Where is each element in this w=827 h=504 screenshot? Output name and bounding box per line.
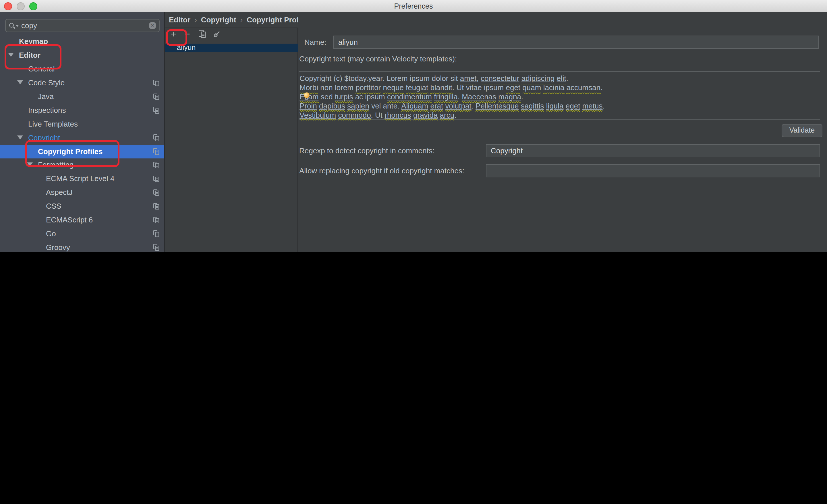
allow-replacing-input[interactable] (486, 164, 820, 178)
clear-search-icon[interactable]: ✕ (149, 22, 156, 29)
sidebar-item-label: ECMA Script Level 4 (46, 174, 114, 183)
copy-icon (153, 217, 159, 223)
copy-icon (153, 244, 159, 251)
sidebar-item-formatting[interactable]: Formatting (0, 158, 164, 172)
typo-word: elit (557, 74, 566, 82)
sidebar-item-inspections[interactable]: Inspections (0, 103, 164, 117)
zoom-window-button[interactable] (29, 2, 37, 10)
sidebar-item-css[interactable]: CSS (0, 199, 164, 213)
search-input[interactable] (19, 21, 149, 30)
copy-icon (153, 231, 159, 237)
typo-word: dapibus (319, 101, 345, 110)
allow-replacing-label: Allow replacing copyright if old copyrig… (299, 164, 464, 178)
sidebar-item-label: Go (46, 229, 56, 238)
sidebar-item-live-templates[interactable]: Live Templates (0, 117, 164, 131)
sidebar-item-editor[interactable]: Editor (0, 49, 164, 62)
sidebar-item-label: Keymap (19, 37, 48, 46)
typo-word: sapien (347, 101, 369, 110)
profile-name: aliyun (165, 44, 196, 52)
typo-word: condimentum (387, 92, 432, 101)
breadcrumb-editor[interactable]: Editor (169, 15, 190, 24)
sidebar-item-label: Formatting (38, 161, 74, 169)
copy-icon (153, 162, 159, 168)
search-icon (9, 23, 14, 28)
typo-word: turpis (335, 92, 353, 101)
copy-icon (153, 80, 159, 86)
code-line: Vestibulum commodo. Ut rhoncus gravida a… (299, 110, 820, 120)
copy-icon (153, 175, 159, 182)
sidebar-item-code-style[interactable]: Code Style (0, 76, 164, 90)
sidebar-item-label: Java (38, 92, 54, 101)
typo-word: fringilla (434, 92, 457, 101)
sidebar-item-go[interactable]: Go (0, 227, 164, 241)
add-profile-button[interactable]: + (169, 30, 178, 39)
sidebar-item-ecmascript-6[interactable]: ECMAScript 6 (0, 213, 164, 227)
breadcrumb-copyright[interactable]: Copyright (201, 15, 236, 24)
sidebar-item-label: Copyright (28, 133, 60, 142)
profiles-toolbar: + − (165, 27, 298, 41)
import-profile-icon[interactable] (213, 31, 221, 38)
sidebar-item-general[interactable]: General (0, 62, 164, 76)
typo-word: accumsan (567, 83, 601, 92)
intention-bulb-icon[interactable] (303, 92, 309, 100)
sidebar-item-label: AspectJ (46, 188, 72, 197)
sidebar-item-label: Groovy (46, 243, 70, 252)
sidebar-item-keymap[interactable]: Keymap (0, 35, 164, 49)
settings-search-box[interactable]: ✕ (5, 19, 160, 32)
profile-detail-panel: Name: Copyright text (may contain Veloci… (298, 12, 827, 252)
expanded-arrow-icon[interactable] (17, 135, 23, 139)
expanded-arrow-icon[interactable] (8, 53, 14, 57)
code-line: Proin dapibus sapien vel ante. Aliquam e… (299, 101, 820, 110)
name-input[interactable] (333, 36, 819, 49)
sidebar-item-copyright[interactable]: Copyright (0, 131, 164, 144)
typo-word: gravida (413, 110, 438, 119)
sidebar-item-label: Live Templates (28, 120, 78, 128)
typo-word: commodo (338, 110, 371, 119)
remove-profile-button[interactable]: − (183, 30, 192, 39)
typo-word: Aliquam (401, 101, 428, 110)
profile-list-item-aliyun[interactable]: aliyun (165, 43, 298, 52)
sidebar-item-label: ECMAScript 6 (46, 215, 93, 224)
sidebar-item-aspectj[interactable]: AspectJ (0, 186, 164, 199)
traffic-lights (4, 0, 37, 12)
code-line: Copyright (c) $today.year. Lorem ipsum d… (299, 74, 820, 83)
typo-word: metus (582, 101, 603, 110)
typo-word: Vestibulum (299, 110, 336, 119)
copyright-text-editor[interactable]: Copyright (c) $today.year. Lorem ipsum d… (299, 71, 820, 120)
copy-icon (153, 148, 159, 155)
typo-word: blandit (430, 83, 452, 92)
title-bar: Preferences (0, 0, 827, 13)
typo-word: Proin (299, 101, 317, 110)
sidebar-item-label: CSS (46, 202, 61, 210)
sidebar-item-label: Editor (19, 51, 41, 60)
settings-sidebar: ✕ KeymapEditorGeneralCode StyleJavaInspe… (0, 12, 165, 252)
sidebar-item-java[interactable]: Java (0, 90, 164, 103)
expanded-arrow-icon[interactable] (27, 163, 33, 167)
copy-icon (153, 134, 159, 141)
copy-icon (153, 189, 159, 196)
typo-word: sagittis (521, 101, 544, 110)
search-options-caret-icon[interactable] (15, 24, 19, 27)
sidebar-item-copyright-profiles[interactable]: Copyright Profiles (0, 144, 164, 158)
typo-word: rhoncus (385, 110, 411, 119)
typo-word: ligula (546, 101, 564, 110)
typo-word: eget (506, 83, 520, 92)
typo-word: Pellentesque (476, 101, 519, 110)
duplicate-profile-icon[interactable] (199, 31, 206, 38)
validate-button[interactable]: Validate (782, 124, 822, 137)
preferences-window: Preferences ✕ KeymapEditorGeneralCode St… (0, 0, 827, 252)
regexp-input[interactable] (486, 144, 820, 157)
code-line: Etiam sed turpis ac ipsum condimentum fr… (299, 92, 820, 101)
sidebar-item-groovy[interactable]: Groovy (0, 241, 164, 252)
close-window-button[interactable] (4, 2, 12, 10)
minimize-window-button[interactable] (17, 2, 25, 10)
expanded-arrow-icon[interactable] (17, 80, 23, 84)
sidebar-item-ecma-script-level-4[interactable]: ECMA Script Level 4 (0, 172, 164, 186)
settings-tree: KeymapEditorGeneralCode StyleJavaInspect… (0, 35, 164, 252)
name-label: Name: (304, 36, 327, 49)
typo-word: arcu (440, 110, 454, 119)
typo-word: Morbi (299, 83, 318, 92)
copy-icon (153, 93, 159, 100)
code-line: Morbi non lorem porttitor neque feugiat … (299, 83, 820, 92)
copy-icon (153, 107, 159, 114)
